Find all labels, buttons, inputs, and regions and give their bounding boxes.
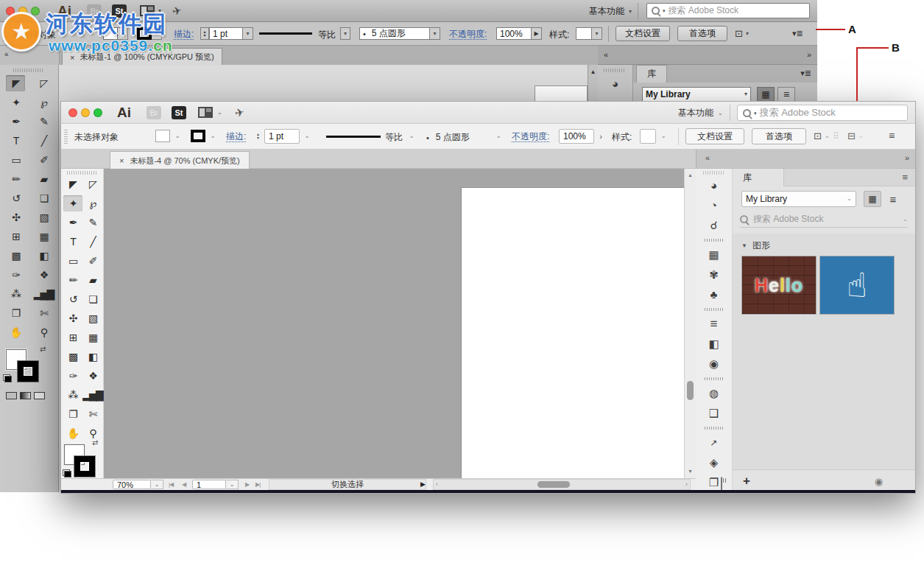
fg-canvas[interactable] <box>104 169 684 478</box>
style-swatch[interactable] <box>640 129 656 144</box>
stroke-panel-icon[interactable]: ≡ <box>696 314 732 334</box>
tool-blend[interactable]: ❖ <box>34 267 53 283</box>
fill-color-swatch[interactable] <box>155 130 170 142</box>
expand-dock-icon[interactable]: » <box>807 50 811 59</box>
collapse-dock-icon[interactable]: « <box>705 153 710 162</box>
tool-hand[interactable]: ✋ <box>63 425 82 441</box>
tool-lasso[interactable]: ℘ <box>83 195 102 211</box>
add-item-button[interactable]: + <box>743 474 750 489</box>
artboard-dropdown[interactable]: ⌄ <box>226 480 239 489</box>
tool-zoom[interactable]: ⚲ <box>34 324 53 340</box>
tool-width[interactable]: ✣ <box>6 209 25 225</box>
grid-view-button[interactable]: ▦ <box>757 87 775 102</box>
first-artboard-icon[interactable]: |◀ <box>169 481 173 488</box>
tool-paintbrush[interactable]: ✐ <box>83 253 102 269</box>
default-fill-stroke-icon[interactable] <box>3 374 12 382</box>
drag-grip[interactable] <box>703 171 725 175</box>
panel-menu-icon[interactable]: ≡ <box>902 172 908 183</box>
previous-artboard-icon[interactable]: ◀ <box>182 481 186 488</box>
gpu-performance-icon[interactable]: ✈ <box>171 4 183 18</box>
preferences-button[interactable]: 首选项 <box>677 26 727 41</box>
width-profile-dropdown[interactable]: ⌄ <box>406 130 417 142</box>
tool-pen[interactable]: ✒ <box>6 113 25 130</box>
document-setup-button[interactable]: 文档设置 <box>616 26 670 41</box>
tool-column-graph[interactable]: ▂▅▇ <box>83 387 102 403</box>
fill-color-dropdown[interactable]: ⌄ <box>172 130 183 142</box>
library-search-input[interactable]: 搜索 Adobe Stock ⌄ <box>740 211 908 228</box>
stroke-swatch[interactable] <box>74 456 95 477</box>
stock-search-input[interactable]: ▾ 搜索 Adobe Stock <box>737 105 908 121</box>
preferences-button[interactable]: 首选项 <box>752 128 806 144</box>
tool-symbol-sprayer[interactable]: ⁂ <box>6 286 25 302</box>
list-view-button[interactable]: ≡ <box>777 87 795 102</box>
graphics-section-header[interactable]: ▼ 图形 <box>741 239 770 252</box>
tool-artboard[interactable]: ❐ <box>6 305 25 321</box>
tool-slice[interactable]: ✄ <box>34 305 53 321</box>
tool-free-transform[interactable]: ▧ <box>83 310 102 326</box>
transparency-panel-icon[interactable]: ◉ <box>696 354 732 374</box>
libraries-panel-tab[interactable]: 库 <box>636 65 667 83</box>
tool-width[interactable]: ✣ <box>63 310 82 326</box>
brush-definition-box[interactable]: • 5 点圆形 <box>426 131 470 144</box>
color-themes-icon[interactable]: ☌ <box>696 215 732 235</box>
stroke-color-dropdown[interactable]: ⌄ <box>207 130 219 142</box>
color-panel-icon[interactable]: ◕ <box>696 175 732 195</box>
arrange-documents-menu[interactable]: ⊟ ⌄ <box>847 130 864 141</box>
tool-eyedropper[interactable]: ✑ <box>6 267 25 283</box>
opacity-more-button[interactable]: ▶ <box>532 27 542 40</box>
default-fill-stroke-icon[interactable] <box>63 469 71 477</box>
tool-mesh[interactable]: ▩ <box>63 349 82 365</box>
control-bar-menu-icon[interactable]: ▾≣ <box>792 29 803 38</box>
workspace-menu[interactable]: 基本功能 ⌄ <box>678 107 723 119</box>
brush-definition-box[interactable]: • 5 点圆形 <box>359 27 430 40</box>
scrollbar-thumb[interactable] <box>687 381 694 400</box>
graphic-styles-panel-icon[interactable]: ❑ <box>696 403 732 423</box>
opacity-more-button[interactable]: › <box>596 130 606 142</box>
tool-rectangle[interactable]: ▭ <box>63 253 82 269</box>
tool-line-segment[interactable]: ╱ <box>34 133 53 149</box>
scroll-up-button[interactable]: ▲ <box>685 170 696 179</box>
drag-grip[interactable] <box>67 171 98 175</box>
library-item-hello[interactable]: Hello <box>741 256 817 315</box>
layers-panel-icon[interactable]: ◈ <box>696 452 732 472</box>
tool-direct-selection[interactable]: ◸ <box>34 75 53 91</box>
control-bar-menu-icon[interactable]: ≡ <box>889 130 895 141</box>
tool-shape-builder[interactable]: ⊞ <box>6 228 25 245</box>
workspace-switcher-icon[interactable] <box>198 107 213 118</box>
scroll-down-button[interactable]: ▼ <box>685 466 696 475</box>
tool-artboard[interactable]: ❐ <box>63 406 82 422</box>
brush-dropdown[interactable]: ▾ <box>430 27 440 40</box>
tool-magic-wand[interactable]: ✦ <box>6 94 25 111</box>
vertical-scrollbar[interactable]: ▲ ▼ <box>684 169 696 478</box>
swap-fill-stroke-icon[interactable]: ⇄ <box>92 438 98 447</box>
tool-selection[interactable]: ◤ <box>63 176 82 192</box>
stock-search-input[interactable]: ▾ 搜索 Adobe Stock <box>646 3 810 18</box>
swap-fill-stroke-icon[interactable]: ⇄ <box>40 345 46 353</box>
stroke-weight-input[interactable]: 1 pt <box>209 27 243 40</box>
gradient-mode-button[interactable] <box>20 392 31 399</box>
tool-column-graph[interactable]: ▂▅▇ <box>34 286 53 302</box>
trash-icon[interactable] <box>721 477 722 491</box>
drag-grip[interactable] <box>64 129 68 144</box>
tool-pen[interactable]: ✒ <box>63 214 82 231</box>
tool-curvature[interactable]: ✎ <box>83 214 102 231</box>
opacity-input[interactable]: 100% <box>496 27 532 40</box>
opacity-input[interactable]: 100% <box>559 129 594 144</box>
opacity-panel-link[interactable]: 不透明度: <box>512 131 549 142</box>
tool-eyedropper[interactable]: ✑ <box>63 368 82 384</box>
scrollbar-thumb[interactable] <box>537 481 570 488</box>
zoom-level-dropdown[interactable]: ⌄ <box>151 480 163 489</box>
gradient-panel-icon[interactable]: ◧ <box>696 334 732 354</box>
tool-curvature[interactable]: ✎ <box>34 113 53 130</box>
width-profile-dropdown[interactable]: ▾ <box>340 27 350 40</box>
tool-mesh[interactable]: ▩ <box>6 248 25 264</box>
style-dropdown[interactable]: ▾ <box>592 27 602 40</box>
scroll-left-button[interactable]: ‹ <box>436 480 438 488</box>
tool-shaper[interactable]: ✏ <box>63 272 82 288</box>
last-artboard-icon[interactable]: ▶| <box>255 481 260 488</box>
artboard-number-input[interactable]: 1 <box>192 480 226 489</box>
zoom-level-input[interactable]: 70% <box>113 480 151 489</box>
none-mode-button[interactable] <box>34 392 45 399</box>
stock-button[interactable]: St <box>172 106 186 119</box>
stroke-weight-dropdown[interactable]: ⌄ <box>301 130 313 142</box>
